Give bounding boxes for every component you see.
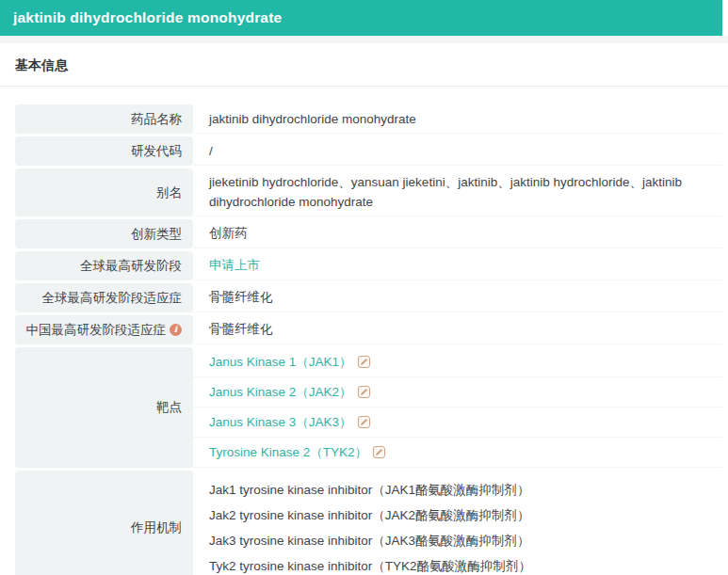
row-value: 申请上市 bbox=[193, 251, 722, 280]
row-label: 别名 bbox=[15, 168, 193, 216]
table-row-mechanism: 作用机制 Jak1 tyrosine kinase inhibitor（JAK1… bbox=[15, 471, 722, 575]
edit-icon[interactable] bbox=[358, 416, 370, 428]
target-link-row: Janus Kinase 3（JAK3） bbox=[193, 407, 722, 438]
basic-info-card: 基本信息 药品名称 jaktinib dihydrochloride monoh… bbox=[0, 43, 728, 575]
edit-icon[interactable] bbox=[373, 446, 385, 458]
mechanism-line: Jak3 tyrosine kinase inhibitor（JAK3酪氨酸激酶… bbox=[209, 528, 711, 553]
target-link-row: Janus Kinase 2（JAK2） bbox=[193, 377, 722, 407]
target-link-jak1[interactable]: Janus Kinase 1（JAK1） bbox=[209, 354, 352, 371]
table-row-innovation-type: 创新类型 创新药 bbox=[15, 219, 722, 248]
row-label: 研发代码 bbox=[15, 136, 193, 166]
table-row-global-highest-stage: 全球最高研发阶段 申请上市 bbox=[15, 251, 722, 280]
target-link-row: Janus Kinase 1（JAK1） bbox=[193, 347, 722, 377]
row-value: 创新药 bbox=[193, 219, 722, 248]
row-label: 创新类型 bbox=[15, 219, 193, 248]
row-value: jaktinib dihydrochloride monohydrate bbox=[193, 104, 722, 134]
basic-info-table: 药品名称 jaktinib dihydrochloride monohydrat… bbox=[15, 104, 722, 575]
table-row-china-stage-indication: 中国最高研发阶段适应症 i 骨髓纤维化 bbox=[15, 315, 722, 344]
row-label: 全球最高研发阶段 bbox=[15, 251, 193, 280]
row-label: 全球最高研发阶段适应症 bbox=[15, 283, 193, 312]
row-value: 骨髓纤维化 bbox=[193, 283, 722, 312]
section-title-basic-info: 基本信息 bbox=[0, 43, 728, 87]
page-background-gap bbox=[0, 36, 728, 43]
stage-link[interactable]: 申请上市 bbox=[209, 257, 260, 274]
target-link-tyk2[interactable]: Tyrosine Kinase 2（TYK2） bbox=[209, 444, 367, 461]
table-row-aliases: 别名 jieketinib hydrochloride、yansuan jiek… bbox=[15, 168, 722, 216]
mechanism-line: Tyk2 tyrosine kinase inhibitor（TYK2酪氨酸激酶… bbox=[209, 553, 711, 575]
row-label: 靶点 bbox=[15, 347, 193, 468]
row-label: 中国最高研发阶段适应症 i bbox=[15, 315, 193, 344]
target-link-row: Tyrosine Kinase 2（TYK2） bbox=[193, 438, 722, 468]
mechanism-line: Jak1 tyrosine kinase inhibitor（JAK1酪氨酸激酶… bbox=[209, 477, 711, 503]
edit-icon[interactable] bbox=[358, 356, 370, 368]
row-value: 骨髓纤维化 bbox=[193, 315, 722, 344]
row-value: jieketinib hydrochloride、yansuan jieketi… bbox=[193, 168, 722, 216]
target-link-jak3[interactable]: Janus Kinase 3（JAK3） bbox=[209, 414, 352, 431]
table-row-global-stage-indication: 全球最高研发阶段适应症 骨髓纤维化 bbox=[15, 283, 722, 312]
page-title: jaktinib dihydrochloride monohydrate bbox=[13, 9, 282, 26]
row-label-text: 中国最高研发阶段适应症 bbox=[26, 322, 167, 339]
table-row-targets: 靶点 Janus Kinase 1（JAK1） Janus Kinase 2（J… bbox=[15, 347, 722, 468]
table-row-drug-name: 药品名称 jaktinib dihydrochloride monohydrat… bbox=[15, 104, 722, 134]
mechanism-line: Jak2 tyrosine kinase inhibitor（JAK2酪氨酸激酶… bbox=[209, 503, 711, 528]
scrollbar-gutter bbox=[722, 0, 728, 36]
info-icon[interactable]: i bbox=[170, 324, 182, 336]
mechanism-lines: Jak1 tyrosine kinase inhibitor（JAK1酪氨酸激酶… bbox=[193, 471, 722, 575]
edit-icon[interactable] bbox=[358, 386, 370, 398]
target-links: Janus Kinase 1（JAK1） Janus Kinase 2（JAK2… bbox=[193, 347, 722, 468]
row-value: / bbox=[193, 136, 722, 166]
target-link-jak2[interactable]: Janus Kinase 2（JAK2） bbox=[209, 384, 352, 401]
row-label: 药品名称 bbox=[15, 104, 193, 134]
row-label: 作用机制 bbox=[15, 471, 193, 575]
table-row-rd-code: 研发代码 / bbox=[15, 136, 722, 166]
page-header: jaktinib dihydrochloride monohydrate bbox=[0, 0, 728, 36]
